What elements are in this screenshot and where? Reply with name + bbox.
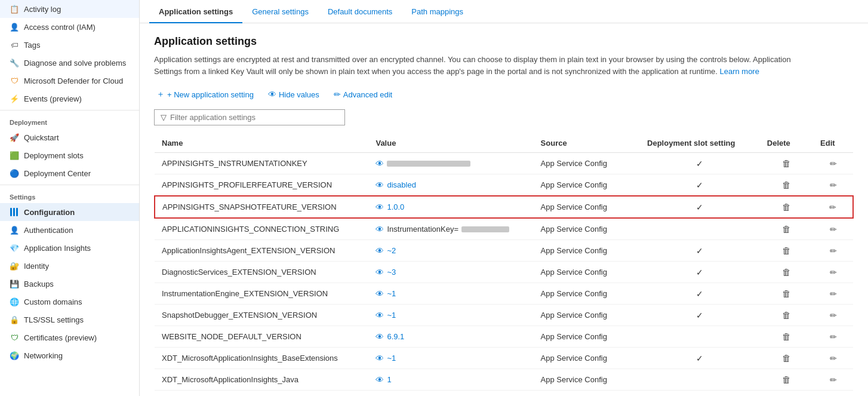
delete-button[interactable]: 🗑 — [778, 330, 795, 343]
edit-button[interactable]: ✏ — [826, 374, 841, 386]
delete-button[interactable]: 🗑 — [778, 266, 795, 278]
delete-button[interactable]: 🗑 — [778, 223, 795, 235]
table-row: APPLICATIONINSIGHTS_CONNECTION_STRING👁In… — [155, 218, 853, 240]
delete-button[interactable]: 🗑 — [778, 309, 795, 321]
sidebar-item-access-control[interactable]: 👤 Access control (IAM) — [0, 18, 139, 36]
sidebar-item-label: Configuration — [24, 208, 75, 217]
sidebar-item-tags[interactable]: 🏷 Tags — [0, 36, 139, 54]
sidebar-item-identity[interactable]: 🔐 Identity — [0, 257, 139, 275]
eye-icon[interactable]: 👁 — [375, 289, 384, 299]
eye-icon[interactable]: 👁 — [375, 159, 384, 168]
new-setting-button[interactable]: ＋ + New application setting — [154, 87, 256, 102]
setting-name: ApplicationInsightsAgent_EXTENSION_VERSI… — [155, 240, 368, 262]
col-header-delete: Delete — [760, 134, 813, 153]
edit-button[interactable]: ✏ — [826, 201, 840, 213]
edit-button[interactable]: ✏ — [826, 352, 841, 364]
checkmark-icon: ✓ — [696, 289, 703, 299]
tab-default-documents[interactable]: Default documents — [318, 0, 402, 23]
table-row: APPINSIGHTS_PROFILERFEATURE_VERSION👁disa… — [155, 174, 853, 197]
eye-icon[interactable]: 👁 — [375, 354, 384, 363]
events-icon: ⚡ — [10, 94, 19, 103]
setting-name: APPLICATIONINSIGHTS_CONNECTION_STRING — [155, 218, 368, 240]
edit-button[interactable]: ✏ — [826, 288, 841, 300]
eye-icon[interactable]: 👁 — [375, 311, 384, 320]
eye-icon[interactable]: 👁 — [375, 225, 384, 234]
sidebar-item-events[interactable]: ⚡ Events (preview) — [0, 90, 139, 108]
setting-value: 👁InstrumentationKey= — [368, 218, 533, 240]
delete-button[interactable]: 🗑 — [778, 201, 795, 213]
sidebar-item-diagnose[interactable]: 🔧 Diagnose and solve problems — [0, 54, 139, 72]
sidebar-item-label: Custom domains — [24, 297, 82, 306]
col-header-deploy: Deployment slot setting — [640, 134, 760, 153]
sidebar-item-deployment-slots[interactable]: 🟩 Deployment slots — [0, 146, 139, 164]
setting-edit-cell: ✏ — [813, 196, 853, 218]
setting-edit-cell: ✏ — [813, 153, 853, 174]
eye-icon[interactable]: 👁 — [375, 268, 384, 277]
sidebar-item-backups[interactable]: 💾 Backups — [0, 275, 139, 293]
edit-button[interactable]: ✏ — [826, 223, 841, 235]
setting-name: XDT_MicrosoftApplicationInsights_Java — [155, 369, 368, 391]
sidebar-item-custom-domains[interactable]: 🌐 Custom domains — [0, 293, 139, 311]
setting-edit-cell: ✏ — [813, 240, 853, 262]
setting-value: 👁disabled — [368, 174, 533, 197]
sidebar-item-defender[interactable]: 🛡 Microsoft Defender for Cloud — [0, 72, 139, 90]
delete-button[interactable]: 🗑 — [778, 157, 795, 170]
edit-button[interactable]: ✏ — [826, 266, 841, 278]
sidebar-item-networking[interactable]: 🌍 Networking — [0, 346, 139, 364]
edit-button[interactable]: ✏ — [826, 245, 841, 257]
tab-path-mappings[interactable]: Path mappings — [402, 0, 473, 23]
sidebar-item-configuration[interactable]: Configuration — [0, 203, 139, 221]
sidebar-item-label: Deployment Center — [24, 169, 91, 178]
eye-icon[interactable]: 👁 — [375, 375, 384, 385]
col-header-edit: Edit — [813, 134, 853, 153]
sidebar-item-quickstart[interactable]: 🚀 Quickstart — [0, 128, 139, 146]
setting-deploy-slot — [640, 369, 760, 391]
learn-more-link[interactable]: Learn more — [719, 67, 759, 76]
setting-delete-cell: 🗑 — [760, 153, 813, 174]
eye-icon[interactable]: 👁 — [375, 180, 384, 190]
setting-delete-cell: 🗑 — [760, 262, 813, 283]
delete-button[interactable]: 🗑 — [778, 287, 795, 300]
setting-source: App Service Config — [534, 174, 640, 197]
delete-button[interactable]: 🗑 — [778, 179, 795, 191]
setting-source: App Service Config — [534, 326, 640, 348]
eye-icon[interactable]: 👁 — [375, 202, 384, 212]
application-insights-icon: 💎 — [10, 243, 19, 253]
setting-delete-cell: 🗑 — [760, 391, 813, 397]
eye-icon[interactable]: 👁 — [375, 246, 384, 256]
edit-button[interactable]: ✏ — [826, 179, 841, 191]
filter-input[interactable] — [170, 113, 338, 122]
advanced-edit-button[interactable]: ✏ Advanced edit — [331, 87, 395, 102]
sidebar-item-deployment-center[interactable]: 🔵 Deployment Center — [0, 164, 139, 182]
hide-values-button[interactable]: 👁 Hide values — [266, 87, 322, 102]
delete-button[interactable]: 🗑 — [778, 244, 795, 257]
setting-value: 👁1.0.0 — [368, 196, 533, 218]
section-label-settings: Settings — [0, 188, 139, 203]
tab-application-settings[interactable]: Application settings — [149, 0, 242, 23]
table-row: WEBSITE_NODE_DEFAULT_VERSION👁6.9.1App Se… — [155, 326, 853, 348]
edit-button[interactable]: ✏ — [826, 309, 841, 321]
sidebar-item-application-insights[interactable]: 💎 Application Insights — [0, 239, 139, 257]
table-row: XDT_MicrosoftApplicationInsights_Mode👁re… — [155, 391, 853, 397]
checkmark-icon: ✓ — [696, 180, 703, 190]
edit-button[interactable]: ✏ — [826, 331, 841, 343]
setting-edit-cell: ✏ — [813, 283, 853, 305]
setting-edit-cell: ✏ — [813, 348, 853, 369]
setting-value: 👁recommended — [368, 391, 533, 397]
delete-button[interactable]: 🗑 — [778, 373, 795, 386]
access-control-icon: 👤 — [10, 22, 19, 32]
eye-icon[interactable]: 👁 — [375, 332, 384, 342]
sidebar-item-tls-ssl[interactable]: 🔒 TLS/SSL settings — [0, 311, 139, 329]
sidebar-item-authentication[interactable]: 👤 Authentication — [0, 221, 139, 239]
edit-button[interactable]: ✏ — [826, 158, 841, 170]
sidebar-item-label: Tags — [24, 41, 40, 50]
sidebar-item-activity-log[interactable]: 📋 Activity log — [0, 0, 139, 18]
sidebar-item-certificates[interactable]: 🛡 Certificates (preview) — [0, 329, 139, 346]
table-row: InstrumentationEngine_EXTENSION_VERSION👁… — [155, 283, 853, 305]
setting-deploy-slot — [640, 326, 760, 348]
delete-button[interactable]: 🗑 — [778, 352, 795, 364]
tab-general-settings[interactable]: General settings — [242, 0, 318, 23]
setting-delete-cell: 🗑 — [760, 196, 813, 218]
sidebar-item-label: Networking — [24, 351, 63, 360]
setting-delete-cell: 🗑 — [760, 174, 813, 197]
